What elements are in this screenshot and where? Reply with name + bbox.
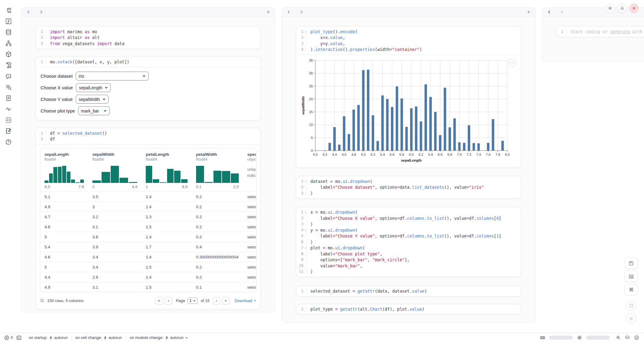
on-startup-setting[interactable]: on startup: autorun <box>29 335 68 340</box>
code-line[interactable]: 2df <box>36 136 261 142</box>
code-line[interactable]: 3) <box>296 190 521 196</box>
help-icon[interactable] <box>5 138 12 145</box>
on-module-change-setting[interactable]: on module change: autorun <box>130 335 188 340</box>
layout-toggle-button[interactable] <box>624 271 638 282</box>
fold-chevron-icon[interactable]: ∨ <box>305 247 306 249</box>
code-line[interactable]: 2 label="Choose dataset", options=data.l… <box>296 184 521 191</box>
notebook-menu-button[interactable] <box>606 4 615 13</box>
settings-button[interactable] <box>617 4 627 13</box>
cell-dataset-dropdown[interactable]: 1∨dataset = mo.ui.dropdown(2 label="Choo… <box>296 176 521 199</box>
code-line[interactable]: 8 label="Choose plot type", <box>296 251 521 257</box>
table-row[interactable]: 4.931.40.2setosa <box>40 201 256 212</box>
variables-icon[interactable] <box>5 18 12 25</box>
ai-chat-icon[interactable] <box>5 73 12 80</box>
search-icon[interactable] <box>40 298 45 303</box>
code-line[interactable]: 10 value="mark_bar", <box>296 263 521 269</box>
copilot-button[interactable] <box>625 335 630 340</box>
on-cell-change-setting[interactable]: on cell change: autorun <box>75 335 122 340</box>
column-header-petalLength[interactable]: petalLengthfloat6416.9 <box>141 152 192 189</box>
cell-plot-type[interactable]: 1plot_type = getattr(alt.Chart(df), plot… <box>296 304 521 315</box>
table-row[interactable]: 4.63.41.40.30000000000000004setosa <box>40 252 256 262</box>
add-cell-button[interactable]: + <box>527 9 530 15</box>
column-header-sepalLength[interactable]: sepalLengthfloat644.37.9 <box>40 152 88 189</box>
page-select[interactable]: 1 <box>188 297 198 304</box>
table-row[interactable]: 53.41.50.2setosa <box>40 262 256 272</box>
column-header-sepalWidth[interactable]: sepalWidthfloat6424.4 <box>88 152 141 189</box>
errors-indicator[interactable]: 0 <box>4 335 13 340</box>
dropdown-select-iris[interactable]: iris <box>76 72 149 80</box>
scroll-right-icon[interactable] <box>39 10 43 14</box>
cell-dataframe[interactable]: 1df = selected_dataset()2df sepalLengthf… <box>35 128 261 310</box>
code-line[interactable]: 3 y=y.value, <box>296 41 521 47</box>
chart-output[interactable]: ⋯ 4.04.24.44.64.85.05.25.45.65.86.06.26.… <box>296 55 521 168</box>
packages-icon[interactable] <box>5 51 12 58</box>
cell-new-empty[interactable]: 1Start coding or generate with AI <box>556 26 644 37</box>
code-line[interactable]: 2 label="Choose X value", options=df.col… <box>296 215 521 221</box>
stop-button[interactable] <box>626 300 636 311</box>
tracebacks-icon[interactable] <box>5 84 12 91</box>
scroll-right-icon[interactable] <box>560 10 564 14</box>
dropdown-select-sepalLength[interactable]: sepalLength <box>76 83 111 92</box>
cell-selected-dataset[interactable]: 1selected_dataset = getattr(data, datase… <box>296 286 521 297</box>
shutdown-button[interactable] <box>629 4 639 13</box>
cell-vstack[interactable]: 1mo.vstack([dataset, x, y, plot]) Choose… <box>35 57 261 121</box>
logs-icon[interactable] <box>5 62 12 69</box>
table-row[interactable]: 4.63.11.50.2setosa <box>40 222 256 232</box>
download-button[interactable]: Download <box>234 298 256 303</box>
snippets-icon[interactable] <box>5 105 12 112</box>
table-row[interactable]: 5.13.51.40.2setosa <box>40 191 256 201</box>
code-line[interactable]: 4∨y = mo.ui.dropdown( <box>296 227 521 233</box>
column-header-petalWidth[interactable]: petalWidthfloat640.12.5 <box>192 152 243 189</box>
code-line[interactable]: 1plot_type = getattr(alt.Chart(df), plot… <box>296 306 521 312</box>
code-line[interactable]: 1∨plot_type().encode( <box>296 29 521 35</box>
connection-status-icon[interactable] <box>634 335 639 340</box>
ai-sparkle-button[interactable] <box>616 335 621 340</box>
dropdown-select-mark_bar[interactable]: mark_bar <box>78 106 110 115</box>
table-row[interactable]: 5.43.91.70.4setosa <box>40 242 256 252</box>
dropdown-select-sepalWidth[interactable]: sepalWidth <box>76 95 109 104</box>
code-line[interactable]: 5 label="Choose Y value", options=df.col… <box>296 233 521 239</box>
cell-plot-encode[interactable]: 1∨plot_type().encode(2 x=x.value,3 y=y.v… <box>296 26 521 168</box>
code-line[interactable]: 1import marimo as mo <box>36 29 261 35</box>
scroll-left-icon[interactable] <box>287 10 291 14</box>
code-line[interactable]: 1mo.vstack([dataset, x, y, plot]) <box>36 59 261 65</box>
add-cell-button[interactable]: + <box>267 9 270 15</box>
code-line[interactable]: 1∨x = mo.ui.dropdown( <box>296 209 521 216</box>
prev-page-button[interactable]: ‹ <box>165 297 172 305</box>
code-line[interactable]: 3) <box>296 221 521 227</box>
last-page-button[interactable]: » <box>222 297 230 305</box>
code-line[interactable]: 1df = selected_dataset() <box>36 130 261 136</box>
column-header-species[interactable]: speciesobjectuniquenulls: <box>243 152 256 189</box>
table-row[interactable]: 4.93.11.50.1setosa <box>40 282 256 292</box>
code-line[interactable]: 3from vega_datasets import data <box>36 41 261 47</box>
code-line[interactable]: 4).interactive().properties(width="conta… <box>296 47 521 53</box>
cell-xy-plot-dropdowns[interactable]: 1∨x = mo.ui.dropdown(2 label="Choose X v… <box>296 207 521 277</box>
code-line[interactable]: 9 options=["mark_bar", "mark_circle"], <box>296 257 521 263</box>
cell-imports[interactable]: 1import marimo as mo2import altair as al… <box>35 26 261 49</box>
table-row[interactable]: 4.42.91.40.2setosa <box>40 272 256 282</box>
chart-actions-button[interactable]: ⋯ <box>508 59 516 66</box>
keyboard-shortcuts-button[interactable]: ⌘ <box>624 284 638 295</box>
code-line[interactable]: 1Start coding or generate with AI <box>556 29 644 35</box>
fold-chevron-icon[interactable]: ∨ <box>305 180 306 183</box>
next-page-button[interactable]: › <box>213 297 220 305</box>
scratchpad-icon[interactable] <box>5 127 12 134</box>
bar-chart[interactable]: 4.04.24.44.64.85.05.25.45.65.86.06.26.46… <box>301 57 511 164</box>
code-line[interactable]: 6) <box>296 239 521 245</box>
file-explorer-icon[interactable] <box>5 7 12 14</box>
code-line[interactable]: 2 x=x.value, <box>296 35 521 41</box>
fold-chevron-icon[interactable]: ∨ <box>305 229 306 232</box>
table-row[interactable]: 53.61.40.2setosa <box>40 232 256 242</box>
terminal-button[interactable] <box>16 335 21 340</box>
scroll-left-icon[interactable] <box>547 10 551 14</box>
save-button[interactable] <box>624 258 638 269</box>
code-line[interactable]: 7∨plot = mo.ui.dropdown( <box>296 245 521 251</box>
documentation-icon[interactable] <box>5 94 12 102</box>
table-row[interactable]: 4.73.21.30.2setosa <box>40 212 256 222</box>
run-button[interactable] <box>626 313 636 324</box>
first-page-button[interactable]: « <box>155 297 163 305</box>
datasources-icon[interactable] <box>5 29 12 36</box>
fold-chevron-icon[interactable]: ∨ <box>305 30 306 33</box>
dependency-graph-icon[interactable] <box>5 40 12 47</box>
code-line[interactable]: 1selected_dataset = getattr(data, datase… <box>296 288 521 294</box>
